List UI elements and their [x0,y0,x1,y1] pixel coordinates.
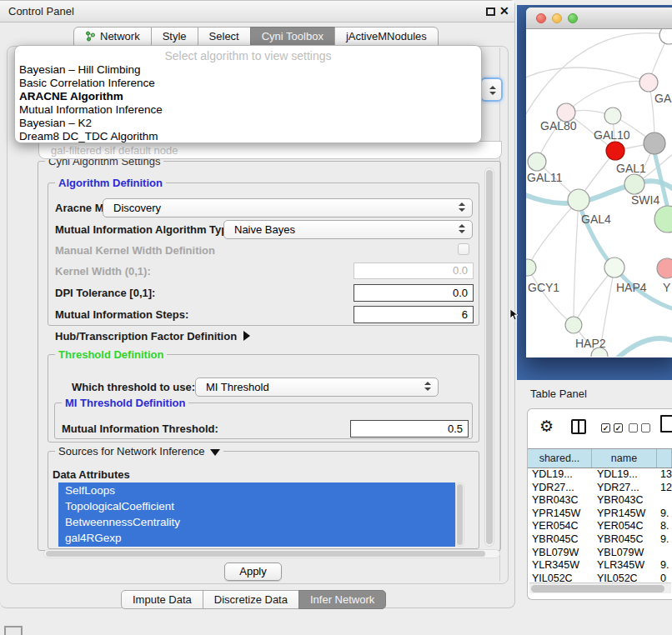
mi-algorithm-type-combobox[interactable]: Naive Bayes [223,220,473,239]
network-node-GAL1[interactable] [606,142,624,160]
which-threshold-combobox[interactable]: MI Threshold [195,378,439,397]
tab-style[interactable]: Style [151,27,198,46]
table-row[interactable]: YDR27...YDR27...12 [528,482,672,495]
network-node-label-GAL80: GAL80 [540,119,577,132]
attribute-item-gal4rgexp[interactable]: gal4RGexp [58,530,455,546]
table-horizontal-scrollbar[interactable] [529,582,671,593]
mi-algorithm-type-value: Naive Bayes [234,223,295,236]
network-graph-icon [85,31,96,42]
attributes-list-scrollbar[interactable] [455,482,464,547]
export-table-icon[interactable] [660,415,672,432]
dropdown-item-dream8-dc-tdc-algorithm[interactable]: Dream8 DC_TDC Algorithm [15,130,481,143]
dropdown-item-aracne-algorithm[interactable]: ARACNE Algorithm [15,90,481,103]
mi-threshold-field[interactable]: 0.5 [350,420,469,438]
network-window-titlebar[interactable] [526,8,672,29]
scrollbar-thumb[interactable] [457,484,463,545]
network-node-label-GAL4: GAL4 [581,212,611,226]
network-node-GAL11[interactable] [528,152,546,171]
minimize-traffic-light[interactable] [552,13,562,23]
network-node-GAL4[interactable] [568,189,589,211]
settings-horizontal-scrollbar[interactable] [43,549,500,558]
table-cell: YPR145W [528,508,592,521]
dpi-tolerance-field[interactable]: 0.0 [354,284,474,302]
sources-title-text: Sources for Network Inference [58,445,205,458]
network-node-label-GAL1: GAL1 [616,162,646,175]
table-row[interactable]: YER054CYER054C8. [528,520,672,533]
network-node-hub-gray[interactable] [644,132,665,154]
table-cell: 9. [657,508,672,521]
network-node-GAL2[interactable] [639,73,658,92]
minimized-panel-icon[interactable] [4,626,23,635]
table-cell: 13 [657,468,672,482]
scrollbar-thumb[interactable] [46,551,485,557]
cyni-bottom-tabs: Impute DataDiscretize DataInfer Network [121,590,386,609]
network-node-top-right[interactable] [659,29,672,44]
zoom-traffic-light[interactable] [568,13,578,23]
float-window-icon[interactable] [486,8,495,16]
table-cell [657,494,672,508]
close-window-icon[interactable]: ✕ [499,4,509,18]
network-node-GCY1[interactable] [526,259,536,276]
aracne-mode-combobox[interactable]: Discovery [103,198,473,218]
table-row[interactable]: YLR345WYLR345W9. [528,559,672,572]
table-row[interactable]: YBR043CYBR043C [528,494,672,508]
scrollbar-thumb[interactable] [486,170,493,544]
attribute-item-topologicalcoefficient[interactable]: TopologicalCoefficient [58,498,455,514]
mi-threshold-definition-title: MI Threshold Definition [62,397,188,409]
column-header-cut[interactable] [657,449,672,468]
collapse-down-icon [210,449,220,456]
tab-discretize-data[interactable]: Discretize Data [203,590,299,609]
tab-label: Select [209,28,239,45]
network-selector-combobox[interactable]: gal-filtered sif default node [38,141,502,159]
network-node-Y-right[interactable] [657,258,672,278]
algorithm-definition-title: Algorithm Definition [55,177,166,189]
scrollbar-thumb[interactable] [531,585,664,592]
algorithm-dropdown-popup: Select algorithm to view settings Bayesi… [14,45,482,143]
table-panel-window: ⚙ ✓ ✓ shared...name YDL19...YDL19...13YD… [527,408,672,600]
network-node-green-right[interactable] [654,206,672,232]
network-canvas[interactable]: GAL2GAL80GAL10GAL1GAL11SWI4GAL4GCY1HAP4Y… [526,29,672,357]
table-cell: YER054C [528,520,592,533]
network-node-SWI4[interactable] [624,174,644,194]
hub-definition-expander[interactable]: Hub/Transcription Factor Definition [55,330,250,342]
close-traffic-light[interactable] [536,13,546,23]
tab-select[interactable]: Select [198,27,251,46]
focused-combobox-fragment[interactable] [480,78,503,102]
apply-button[interactable]: Apply [224,562,282,581]
tab-cyni-toolbox[interactable]: Cyni Toolbox [250,27,335,46]
manual-kernel-width-checkbox[interactable] [458,243,469,255]
tab-network[interactable]: Network [73,27,152,46]
network-node-HAP2[interactable] [565,317,582,333]
dropdown-item-basic-correlation-inference[interactable]: Basic Correlation Inference [15,77,481,90]
control-panel-titlebar[interactable]: Control Panel ✕ [0,1,514,22]
dropdown-item-bayesian-k2[interactable]: Bayesian – K2 [15,117,481,130]
checked-box-icon: ✓ [601,423,610,432]
deselect-all-columns-icon[interactable] [629,423,650,432]
network-node-HAP4[interactable] [604,258,624,278]
threshold-definition-title: Threshold Definition [55,348,167,361]
table-row[interactable]: YPR145WYPR145W9. [528,508,672,521]
attribute-item-betweennesscentrality[interactable]: BetweennessCentrality [58,514,455,530]
select-all-columns-icon[interactable]: ✓ ✓ [601,423,623,432]
settings-vertical-scrollbar[interactable] [484,168,494,547]
table-cell: 8. [657,520,672,533]
network-node-GAL10[interactable] [604,108,621,124]
show-columns-icon[interactable] [571,419,586,434]
table-row[interactable]: YBL079WYBL079W [528,547,672,560]
dropdown-item-bayesian-hill-climbing[interactable]: Bayesian – Hill Climbing [15,63,481,77]
table-cell [657,547,672,560]
manual-kernel-width-label: Manual Kernel Width Definition [55,244,215,257]
attribute-item-selfloops[interactable]: SelfLoops [58,482,455,498]
dropdown-item-mutual-information-inference[interactable]: Mutual Information Inference [15,103,481,117]
data-attributes-list[interactable]: SelfLoopsTopologicalCoefficientBetweenne… [58,482,455,547]
column-header-name[interactable]: name [592,449,657,468]
table-row[interactable]: YDL19...YDL19...13 [528,468,672,482]
tab-infer-network[interactable]: Infer Network [298,590,386,609]
gear-icon[interactable]: ⚙ [539,417,554,436]
mi-steps-field[interactable]: 6 [354,306,474,323]
tab-jactivemnodules[interactable]: jActiveMNodules [334,27,439,46]
column-header-shared[interactable]: shared... [528,449,592,468]
sources-group-title[interactable]: Sources for Network Inference [55,445,223,458]
table-row[interactable]: YBR045CYBR045C9. [528,533,672,547]
tab-impute-data[interactable]: Impute Data [121,590,203,609]
